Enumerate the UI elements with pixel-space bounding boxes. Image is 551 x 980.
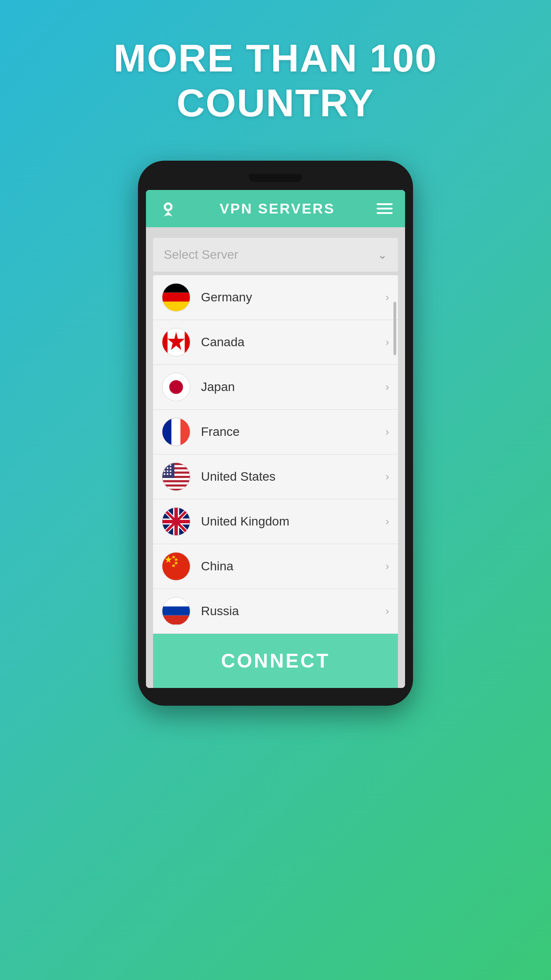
- country-name: Russia: [201, 604, 386, 618]
- country-name: Germany: [201, 290, 386, 304]
- list-item[interactable]: Japan ›: [153, 365, 398, 410]
- chevron-right-icon: ›: [386, 470, 389, 483]
- chevron-right-icon: ›: [386, 560, 389, 573]
- flag-germany: [162, 283, 190, 312]
- svg-rect-13: [162, 418, 171, 446]
- svg-rect-43: [162, 553, 190, 580]
- flag-russia: [162, 597, 190, 625]
- country-name: Canada: [201, 335, 386, 349]
- location-pin-icon: [158, 199, 178, 218]
- chevron-right-icon: ›: [386, 336, 389, 348]
- chevron-right-icon: ›: [386, 515, 389, 528]
- country-name: Japan: [201, 380, 386, 394]
- list-item[interactable]: Russia ›: [153, 589, 398, 634]
- svg-point-31: [164, 474, 165, 475]
- flag-uk: [162, 507, 190, 536]
- svg-point-33: [169, 474, 171, 475]
- svg-point-27: [169, 467, 171, 469]
- phone-notch: [249, 174, 302, 182]
- hero-line1: MORE THAN 100: [114, 36, 437, 80]
- svg-rect-2: [162, 284, 190, 292]
- chevron-down-icon: ⌄: [378, 248, 387, 262]
- phone-mockup: VPN SERVERS Select Server ⌄: [138, 161, 413, 706]
- country-name: United Kingdom: [201, 514, 386, 529]
- country-name: United States: [201, 470, 386, 484]
- svg-rect-19: [162, 482, 190, 485]
- chevron-right-icon: ›: [386, 605, 389, 617]
- flag-china: [162, 552, 190, 581]
- chevron-right-icon: ›: [386, 291, 389, 304]
- screen-content: Select Server ⌄ Germany ›: [146, 227, 405, 688]
- select-server-label: Select Server: [164, 248, 238, 262]
- svg-point-29: [167, 470, 169, 472]
- hero-line2: COUNTRY: [114, 80, 437, 125]
- app-bar: VPN SERVERS: [146, 190, 405, 227]
- svg-rect-3: [162, 293, 190, 302]
- list-item[interactable]: China ›: [153, 544, 398, 589]
- chevron-right-icon: ›: [386, 426, 389, 438]
- list-item[interactable]: United Kingdom ›: [153, 499, 398, 544]
- svg-rect-49: [162, 597, 190, 607]
- flag-france: [162, 418, 190, 446]
- country-name: France: [201, 425, 386, 439]
- svg-rect-6: [162, 328, 168, 356]
- svg-point-22: [164, 464, 165, 466]
- connect-button[interactable]: CONNECT: [153, 634, 398, 688]
- app-title: VPN SERVERS: [220, 201, 335, 217]
- svg-rect-20: [162, 487, 190, 489]
- chevron-right-icon: ›: [386, 381, 389, 393]
- svg-point-28: [164, 470, 165, 472]
- list-item[interactable]: United States ›: [153, 454, 398, 499]
- flag-us: [162, 462, 190, 491]
- phone-screen: VPN SERVERS Select Server ⌄: [146, 190, 405, 688]
- list-item[interactable]: Canada ›: [153, 320, 398, 365]
- svg-rect-7: [185, 328, 190, 356]
- svg-point-30: [169, 470, 171, 472]
- svg-point-10: [169, 380, 183, 394]
- list-item[interactable]: Germany ›: [153, 275, 398, 320]
- svg-point-25: [164, 467, 165, 469]
- svg-rect-4: [162, 302, 190, 311]
- select-server-dropdown[interactable]: Select Server ⌄: [153, 238, 398, 272]
- country-list: Germany › Canada ›: [153, 275, 398, 634]
- svg-point-26: [167, 467, 169, 469]
- flag-japan: [162, 373, 190, 401]
- svg-rect-50: [162, 607, 190, 616]
- svg-point-32: [167, 474, 169, 475]
- list-item[interactable]: France ›: [153, 410, 398, 454]
- flag-canada: [162, 328, 190, 356]
- hamburger-menu[interactable]: [377, 203, 393, 214]
- svg-rect-51: [162, 616, 190, 624]
- country-name: China: [201, 559, 386, 573]
- hero-section: MORE THAN 100 COUNTRY: [114, 36, 437, 125]
- svg-rect-18: [162, 478, 190, 480]
- svg-point-24: [169, 464, 171, 466]
- svg-point-1: [166, 205, 170, 209]
- scrollbar[interactable]: [394, 302, 396, 355]
- svg-point-23: [167, 464, 169, 466]
